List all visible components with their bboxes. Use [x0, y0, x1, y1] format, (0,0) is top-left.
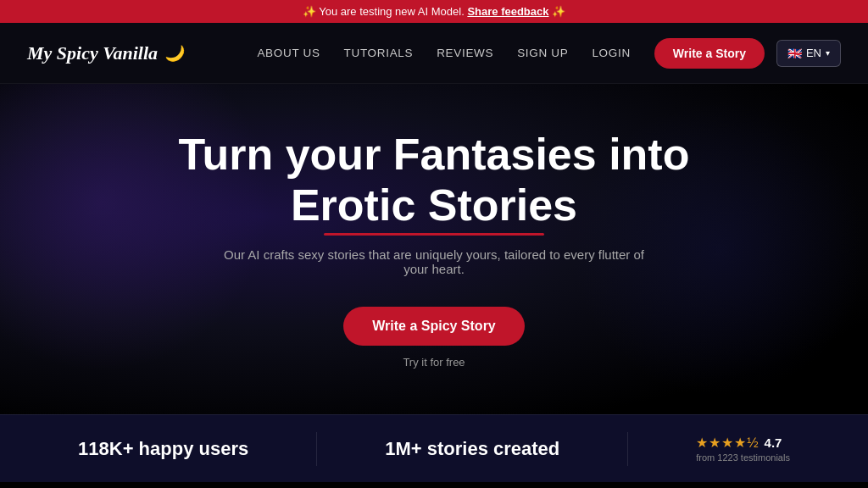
stars-row: ★★★★½ 4.7 — [696, 435, 782, 451]
nav-sign-up[interactable]: SIGN UP — [517, 47, 568, 59]
rating-stat: ★★★★½ 4.7 from 1223 testimonials — [696, 435, 790, 463]
rating-testimonials: from 1223 testimonials — [696, 452, 790, 463]
navbar: My Spicy Vanilla 🌙 ABOUT US TUTORIALS RE… — [0, 23, 868, 84]
top-banner: ✨ You are testing new AI Model. Share fe… — [0, 0, 868, 23]
hero-subtitle: Our AI crafts sexy stories that are uniq… — [222, 247, 646, 276]
nav-login[interactable]: LOGIN — [592, 47, 630, 59]
stats-bar: 118K+ happy users 1M+ stories created ★★… — [0, 414, 868, 482]
chevron-down-icon: ▾ — [826, 48, 830, 58]
feedback-link[interactable]: Share feedback — [467, 5, 548, 18]
rating-number: 4.7 — [765, 435, 782, 450]
stories-created-stat: 1M+ stories created — [385, 438, 559, 460]
lang-label: EN — [806, 47, 821, 59]
hero-title-line2: Erotic Stories — [179, 180, 690, 231]
hero-title-line1: Turn your Fantasies into — [179, 130, 690, 180]
banner-suffix: ✨ — [552, 5, 565, 18]
site-logo[interactable]: My Spicy Vanilla 🌙 — [27, 42, 183, 64]
nav-links: ABOUT US TUTORIALS REVIEWS SIGN UP LOGIN — [257, 47, 630, 59]
happy-users-stat: 118K+ happy users — [78, 438, 248, 460]
navbar-write-story-button[interactable]: Write a Story — [654, 38, 765, 69]
banner-text: ✨ You are testing new AI Model. — [303, 5, 465, 18]
stat-divider-2 — [627, 432, 628, 466]
stat-divider-1 — [316, 432, 317, 466]
flag-icon: 🇬🇧 — [787, 47, 802, 60]
try-free-label: Try it for free — [403, 356, 465, 369]
logo-text: My Spicy Vanilla — [27, 42, 158, 64]
hero-title: Turn your Fantasies into Erotic Stories — [179, 130, 690, 231]
stories-created-value: 1M+ stories created — [385, 438, 559, 460]
nav-about-us[interactable]: ABOUT US — [257, 47, 320, 59]
stars-icon: ★★★★½ — [696, 435, 759, 451]
nav-reviews[interactable]: REVIEWS — [437, 47, 493, 59]
hero-section: Turn your Fantasies into Erotic Stories … — [0, 84, 868, 414]
hero-cta-button[interactable]: Write a Spicy Story — [343, 307, 525, 346]
nav-tutorials[interactable]: TUTORIALS — [344, 47, 414, 59]
moon-icon: 🌙 — [164, 44, 183, 63]
happy-users-value: 118K+ happy users — [78, 438, 248, 460]
language-selector[interactable]: 🇬🇧 EN ▾ — [776, 40, 841, 67]
